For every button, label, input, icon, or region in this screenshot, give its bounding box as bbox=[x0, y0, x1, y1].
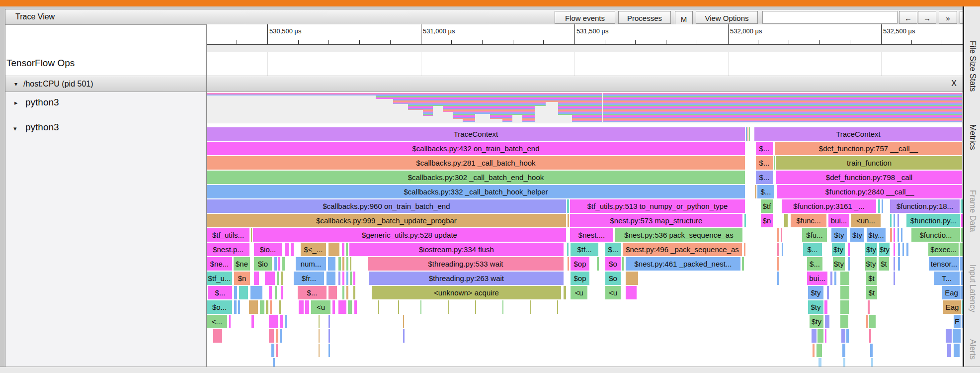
trace-event[interactable] bbox=[234, 300, 237, 314]
trace-event[interactable]: $ty bbox=[865, 257, 877, 271]
trace-event[interactable]: $o... bbox=[207, 300, 232, 314]
trace-event[interactable]: $fr... bbox=[294, 272, 324, 285]
trace-event[interactable] bbox=[354, 300, 357, 314]
trace-event[interactable] bbox=[328, 243, 339, 256]
trace-event[interactable] bbox=[744, 243, 745, 256]
trace-event[interactable] bbox=[755, 185, 756, 198]
trace-event[interactable]: num... bbox=[296, 257, 326, 271]
trace-event[interactable]: $t bbox=[866, 286, 877, 299]
trace-event[interactable] bbox=[947, 344, 951, 357]
trace-event[interactable] bbox=[282, 257, 285, 271]
trace-event[interactable] bbox=[843, 358, 845, 367]
trace-event[interactable] bbox=[332, 300, 335, 314]
trace-event[interactable] bbox=[898, 243, 900, 256]
trace-event[interactable] bbox=[626, 272, 638, 285]
trace-event[interactable]: T... bbox=[934, 272, 960, 285]
rail-tab-file-size-stats[interactable]: File Size Stats bbox=[968, 41, 977, 92]
trace-event[interactable]: $o bbox=[605, 257, 621, 271]
trace-event[interactable] bbox=[281, 286, 283, 299]
trace-event[interactable] bbox=[319, 315, 320, 328]
rail-tab-metrics[interactable]: Metrics bbox=[968, 124, 977, 150]
trace-event[interactable] bbox=[291, 243, 294, 256]
trace-event[interactable] bbox=[812, 329, 817, 343]
trace-event[interactable] bbox=[271, 344, 274, 357]
trace-event[interactable] bbox=[280, 315, 283, 328]
trace-event[interactable]: Eag bbox=[943, 300, 961, 314]
trace-event[interactable] bbox=[238, 300, 240, 314]
trace-event[interactable] bbox=[568, 214, 569, 227]
trace-event[interactable] bbox=[281, 272, 283, 285]
trace-event[interactable]: $callbacks.py:960 on_train_batch_end bbox=[207, 199, 566, 213]
trace-event[interactable] bbox=[840, 300, 849, 314]
trace-event[interactable] bbox=[250, 286, 262, 299]
trace-event[interactable] bbox=[276, 344, 278, 357]
trace-event[interactable] bbox=[327, 272, 335, 285]
trace-event[interactable]: $... bbox=[756, 156, 773, 170]
trace-event[interactable]: $func... bbox=[791, 214, 826, 227]
trace-event[interactable] bbox=[777, 228, 779, 242]
trace-event[interactable] bbox=[277, 272, 279, 285]
trace-event[interactable] bbox=[254, 272, 259, 285]
trace-event[interactable] bbox=[328, 315, 330, 328]
trace-event[interactable] bbox=[825, 329, 826, 343]
trace-event[interactable] bbox=[898, 257, 900, 271]
trace-event[interactable]: $function.py:18... bbox=[890, 199, 960, 213]
trace-event[interactable]: <u bbox=[605, 286, 621, 299]
trace-event[interactable] bbox=[848, 243, 850, 256]
trace-event[interactable]: $ty bbox=[831, 228, 847, 242]
trace-event[interactable]: E bbox=[954, 315, 961, 328]
trace-event[interactable]: $def_function.py:798 _call bbox=[776, 171, 962, 184]
trace-event[interactable] bbox=[260, 300, 264, 314]
trace-event[interactable]: bui... bbox=[807, 272, 827, 285]
trace-event[interactable] bbox=[346, 243, 348, 256]
trace-event[interactable]: $... bbox=[605, 243, 621, 256]
trace-event[interactable] bbox=[742, 257, 744, 271]
trace-event[interactable] bbox=[251, 228, 252, 242]
trace-event[interactable] bbox=[894, 214, 895, 227]
trace-event[interactable] bbox=[346, 272, 348, 285]
trace-event[interactable]: $ty bbox=[833, 257, 845, 271]
trace-event[interactable]: $... bbox=[756, 171, 773, 184]
trace-event[interactable]: $n bbox=[761, 214, 773, 227]
trace-event[interactable] bbox=[502, 300, 503, 314]
trace-event[interactable]: $ne bbox=[234, 257, 250, 271]
trace-event[interactable] bbox=[353, 272, 355, 285]
trace-event[interactable]: $ty bbox=[879, 243, 890, 256]
trace-event[interactable]: $callbacks.py:302 _call_batch_end_hook bbox=[207, 171, 745, 184]
trace-event[interactable]: train_function bbox=[776, 156, 962, 170]
trace-event[interactable]: $exec... bbox=[928, 243, 959, 256]
trace-event[interactable] bbox=[346, 286, 348, 299]
trace-event[interactable] bbox=[420, 300, 421, 314]
trace-event[interactable] bbox=[622, 257, 624, 271]
trace-event[interactable] bbox=[448, 300, 449, 314]
trace-event[interactable] bbox=[866, 315, 868, 328]
trace-event[interactable] bbox=[278, 257, 280, 271]
trace-event[interactable] bbox=[777, 243, 779, 256]
trace-event[interactable] bbox=[403, 315, 404, 328]
trace-event[interactable]: $callbacks.py:332 _call_batch_hook_helpe… bbox=[207, 185, 745, 198]
trace-event[interactable] bbox=[846, 329, 849, 343]
trace-event[interactable] bbox=[319, 344, 320, 357]
trace-event[interactable] bbox=[749, 127, 750, 141]
trace-event[interactable] bbox=[890, 228, 892, 242]
trace-event[interactable] bbox=[825, 315, 829, 328]
trace-event[interactable] bbox=[567, 243, 569, 256]
trace-event[interactable] bbox=[946, 329, 952, 343]
trace-event[interactable] bbox=[350, 257, 351, 271]
trace-event[interactable]: $generic_utils.py:528 update bbox=[253, 228, 566, 242]
trace-event[interactable] bbox=[229, 315, 231, 328]
trace-event[interactable] bbox=[269, 329, 274, 343]
trace-event[interactable] bbox=[568, 257, 569, 271]
trace-event[interactable] bbox=[747, 127, 748, 141]
trace-event[interactable] bbox=[834, 272, 836, 285]
trace-event[interactable]: $threading.py:533 wait bbox=[368, 257, 564, 271]
trace-event[interactable] bbox=[239, 286, 248, 299]
trace-event[interactable] bbox=[827, 286, 829, 299]
trace-event[interactable]: tensor... bbox=[929, 257, 959, 271]
trace-event[interactable]: TraceContext bbox=[207, 127, 745, 141]
rail-tab-alerts[interactable]: Alerts bbox=[968, 339, 977, 360]
trace-event[interactable]: TraceContext bbox=[754, 127, 962, 141]
trace-event[interactable] bbox=[305, 300, 309, 314]
trace-event[interactable] bbox=[338, 257, 341, 271]
trace-event[interactable]: $function.py... bbox=[906, 214, 960, 227]
